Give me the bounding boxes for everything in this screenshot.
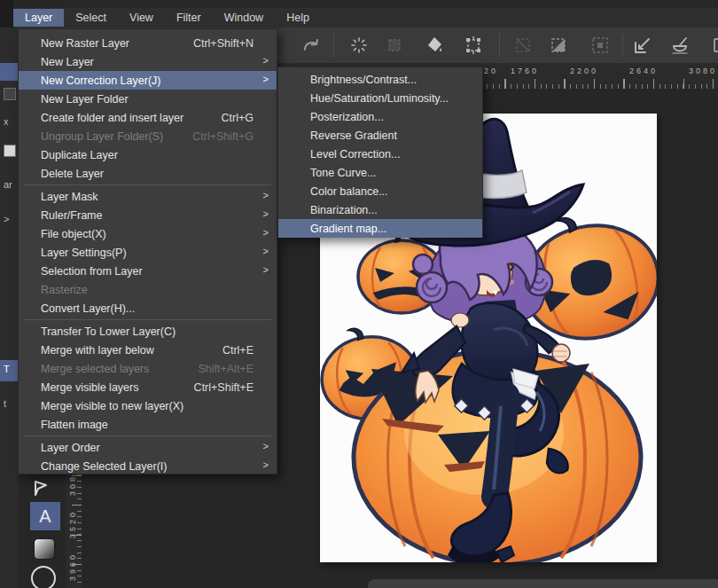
material-brush-icon[interactable] (669, 35, 691, 56)
submenu-arrow-icon: > (263, 74, 269, 84)
menu-item-ruler-frame[interactable]: Ruler/Frame > (19, 206, 277, 224)
left-panel-sliver: x ar > T t (0, 27, 18, 588)
ruler-label: 2200 (570, 67, 598, 75)
menu-item-merge-selected-layers: Merge selected layers Shift+Alt+E (19, 359, 277, 378)
menu-help[interactable]: Help (275, 9, 321, 27)
submenu-item-brightness-contrast[interactable]: Brightness/Contrast... (278, 70, 482, 89)
correction-layer-submenu: Brightness/Contrast... Hue/Saturation/Lu… (277, 67, 483, 238)
ruler-label: 3080 (689, 67, 717, 75)
menu-item-merge-visible-layers[interactable]: Merge visible layers Ctrl+Shift+E (19, 378, 277, 396)
invert-selection-icon[interactable] (548, 35, 569, 56)
app-window: Layer Select View Filter Window Help (0, 0, 718, 588)
sliver-highlight-row[interactable] (0, 63, 18, 81)
menu-item-change-selected-layer[interactable]: Change Selected Layer(I) > (19, 457, 277, 475)
bottom-panel-edge (368, 579, 718, 588)
menu-item-transfer-to-lower-layer[interactable]: Transfer To Lower Layer(C) (19, 322, 277, 341)
menu-window[interactable]: Window (213, 9, 275, 27)
text-tool-button[interactable]: A (30, 502, 60, 530)
menu-item-duplicate-layer[interactable]: Duplicate Layer (19, 145, 277, 164)
menu-separator (24, 184, 271, 185)
select-wand-icon[interactable] (384, 35, 405, 56)
sliver-text: T (4, 364, 10, 374)
transform-frame-icon[interactable] (463, 35, 484, 56)
menu-separator (24, 319, 271, 320)
menu-item-convert-layer[interactable]: Convert Layer(H)... (19, 299, 277, 318)
ruler-label: 20 (484, 67, 498, 75)
menu-item-layer-settings[interactable]: Layer Settings(P) > (19, 243, 277, 262)
submenu-arrow-icon: > (263, 441, 269, 451)
shrink-selection-icon[interactable] (589, 35, 611, 56)
menu-item-new-layer-folder[interactable]: New Layer Folder (19, 90, 277, 108)
sliver-icon (4, 145, 16, 157)
menu-bar: Layer Select View Filter Window Help (13, 8, 718, 27)
menu-filter[interactable]: Filter (165, 9, 213, 27)
redo-icon[interactable] (301, 35, 323, 56)
submenu-arrow-icon: > (263, 208, 269, 219)
spray-icon[interactable] (348, 35, 370, 56)
submenu-item-binarization[interactable]: Binarization... (278, 200, 482, 219)
toolbar-separator (622, 34, 623, 57)
menu-item-flatten-image[interactable]: Flatten image (19, 415, 277, 434)
ellipse-tool-icon[interactable] (31, 566, 56, 588)
submenu-arrow-icon: > (263, 55, 269, 66)
menu-item-layer-mask[interactable]: Layer Mask > (19, 187, 277, 206)
polyline-tool-icon[interactable] (29, 476, 52, 499)
text-tool-glyph: A (39, 506, 51, 527)
menu-view[interactable]: View (118, 9, 165, 27)
sliver-icon (4, 88, 16, 100)
ruler-label: 1760 (511, 67, 539, 75)
menu-item-layer-order[interactable]: Layer Order > (19, 438, 277, 457)
toolbar-separator (333, 34, 334, 57)
clipped-edge-icon[interactable] (709, 35, 718, 56)
menu-item-delete-layer[interactable]: Delete Layer (19, 164, 277, 183)
layer-menu-dropdown: New Raster Layer Ctrl+Shift+N New Layer … (18, 28, 277, 474)
submenu-item-reverse-gradient[interactable]: Reverse Gradient (278, 126, 482, 145)
submenu-arrow-icon: > (263, 190, 269, 200)
snap-angle-icon[interactable] (632, 35, 653, 56)
submenu-item-level-correction[interactable]: Level Correction... (278, 145, 482, 163)
menu-item-merge-visible-to-new-layer[interactable]: Merge visible to new layer(X) (19, 396, 277, 415)
menu-item-merge-with-layer-below[interactable]: Merge with layer below Ctrl+E (19, 341, 277, 359)
ruler-label: 3520 (68, 506, 77, 542)
fill-bucket-icon[interactable] (424, 35, 445, 56)
sliver-text: ar (4, 179, 12, 190)
submenu-item-hue-saturation-luminosity[interactable]: Hue/Saturation/Luminosity... (278, 89, 482, 107)
menu-item-ungroup-layer-folder: Ungroup Layer Folder(S) Ctrl+Shift+G (19, 127, 277, 145)
menu-select[interactable]: Select (64, 9, 118, 27)
menu-item-create-folder-insert[interactable]: Create folder and insert layer Ctrl+G (19, 108, 277, 127)
menu-item-new-layer[interactable]: New Layer > (19, 52, 277, 71)
menu-separator (24, 435, 271, 436)
submenu-arrow-icon: > (263, 264, 269, 275)
menu-item-file-object[interactable]: File object(X) > (19, 224, 277, 243)
ruler-label: 2640 (629, 67, 658, 75)
submenu-item-color-balance[interactable]: Color balance... (278, 182, 482, 200)
submenu-arrow-icon: > (263, 246, 269, 256)
submenu-item-posterization[interactable]: Posterization... (278, 107, 482, 126)
submenu-arrow-icon: > (263, 459, 269, 470)
menu-item-new-raster-layer[interactable]: New Raster Layer Ctrl+Shift+N (19, 34, 277, 52)
menu-item-new-correction-layer[interactable]: New Correction Layer(J) > (19, 71, 277, 90)
submenu-item-tone-curve[interactable]: Tone Curve... (278, 163, 482, 182)
sliver-text: t (4, 398, 6, 409)
submenu-item-gradient-map[interactable]: Gradient map... (278, 219, 482, 238)
gradient-tool-icon[interactable] (33, 537, 56, 561)
deselect-icon[interactable] (512, 35, 534, 56)
sliver-text: > (4, 214, 9, 224)
menu-layer[interactable]: Layer (13, 9, 64, 27)
menu-item-selection-from-layer[interactable]: Selection from Layer > (19, 262, 277, 280)
menu-item-rasterize: Rasterize (19, 280, 277, 299)
submenu-arrow-icon: > (263, 227, 269, 238)
corner-block (0, 0, 13, 27)
toolbar-separator (499, 34, 500, 57)
ruler-label: 3960 (68, 549, 77, 584)
titlebar (0, 0, 718, 8)
sliver-text: x (4, 116, 9, 127)
